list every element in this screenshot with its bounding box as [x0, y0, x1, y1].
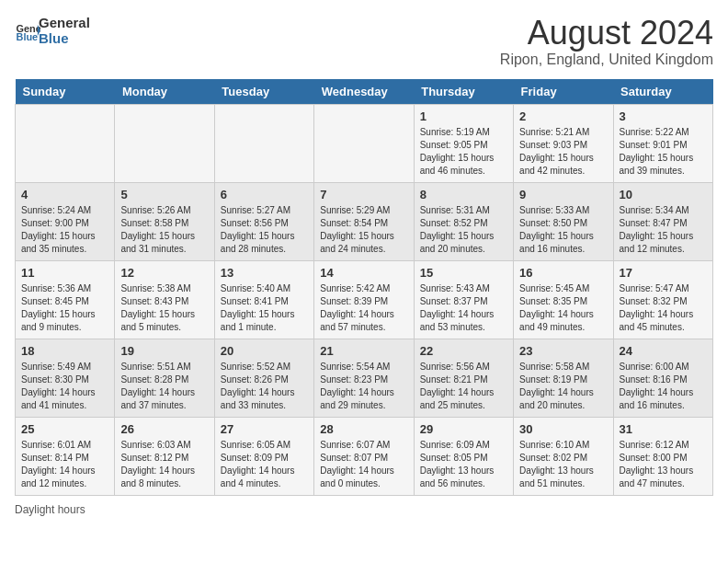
day-info: Sunrise: 5:58 AM Sunset: 8:19 PM Dayligh…	[519, 361, 607, 412]
footer: Daylight hours	[15, 503, 713, 516]
main-title: August 2024	[500, 15, 713, 52]
day-info: Sunrise: 5:33 AM Sunset: 8:50 PM Dayligh…	[519, 204, 607, 256]
day-cell-3: 3Sunrise: 5:22 AM Sunset: 9:01 PM Daylig…	[613, 104, 712, 182]
day-info: Sunrise: 6:12 AM Sunset: 8:00 PM Dayligh…	[620, 439, 707, 490]
day-cell-10: 10Sunrise: 5:34 AM Sunset: 8:47 PM Dayli…	[613, 182, 712, 260]
day-cell-12: 12Sunrise: 5:38 AM Sunset: 8:43 PM Dayli…	[115, 260, 214, 339]
day-cell-4: 4Sunrise: 5:24 AM Sunset: 9:00 PM Daylig…	[16, 182, 115, 260]
day-cell-21: 21Sunrise: 5:54 AM Sunset: 8:23 PM Dayli…	[314, 339, 414, 417]
logo-line2: Blue	[39, 30, 90, 46]
day-info: Sunrise: 6:07 AM Sunset: 8:07 PM Dayligh…	[320, 439, 407, 490]
day-number: 27	[221, 422, 308, 436]
day-cell-2: 2Sunrise: 5:21 AM Sunset: 9:03 PM Daylig…	[514, 104, 613, 182]
day-number: 7	[320, 188, 407, 201]
day-number: 17	[620, 266, 707, 280]
day-number: 4	[21, 188, 108, 201]
day-number: 9	[519, 188, 607, 201]
day-number: 30	[519, 422, 607, 436]
week-row-3: 11Sunrise: 5:36 AM Sunset: 8:45 PM Dayli…	[16, 260, 713, 339]
day-cell-25: 25Sunrise: 6:01 AM Sunset: 8:14 PM Dayli…	[16, 417, 115, 495]
day-info: Sunrise: 6:00 AM Sunset: 8:16 PM Dayligh…	[620, 361, 707, 412]
day-number: 20	[221, 344, 308, 358]
day-info: Sunrise: 5:52 AM Sunset: 8:26 PM Dayligh…	[221, 361, 308, 412]
day-info: Sunrise: 5:31 AM Sunset: 8:52 PM Dayligh…	[420, 204, 507, 256]
day-number: 26	[120, 422, 208, 436]
day-cell-11: 11Sunrise: 5:36 AM Sunset: 8:45 PM Dayli…	[16, 260, 115, 339]
day-number: 22	[420, 344, 507, 358]
day-cell-16: 16Sunrise: 5:45 AM Sunset: 8:35 PM Dayli…	[514, 260, 613, 339]
day-info: Sunrise: 5:49 AM Sunset: 8:30 PM Dayligh…	[21, 361, 108, 412]
logo-icon: General Blue	[15, 17, 40, 43]
header-cell-friday: Friday	[514, 79, 613, 105]
day-number: 6	[221, 188, 308, 201]
day-cell-9: 9Sunrise: 5:33 AM Sunset: 8:50 PM Daylig…	[514, 182, 613, 260]
day-info: Sunrise: 5:54 AM Sunset: 8:23 PM Dayligh…	[320, 361, 407, 412]
day-cell-19: 19Sunrise: 5:51 AM Sunset: 8:28 PM Dayli…	[115, 339, 214, 417]
header: General Blue General Blue August 2024 Ri…	[15, 15, 713, 68]
day-info: Sunrise: 6:10 AM Sunset: 8:02 PM Dayligh…	[519, 439, 607, 490]
day-number: 13	[221, 266, 308, 280]
day-cell-empty	[214, 104, 313, 182]
header-cell-tuesday: Tuesday	[214, 79, 313, 105]
header-cell-saturday: Saturday	[613, 79, 712, 105]
day-number: 14	[320, 266, 407, 280]
day-number: 18	[21, 344, 108, 358]
day-cell-29: 29Sunrise: 6:09 AM Sunset: 8:05 PM Dayli…	[414, 417, 513, 495]
day-number: 25	[21, 422, 108, 436]
day-cell-24: 24Sunrise: 6:00 AM Sunset: 8:16 PM Dayli…	[613, 339, 712, 417]
day-info: Sunrise: 5:22 AM Sunset: 9:01 PM Dayligh…	[620, 126, 707, 178]
day-info: Sunrise: 5:34 AM Sunset: 8:47 PM Dayligh…	[620, 204, 707, 256]
day-cell-23: 23Sunrise: 5:58 AM Sunset: 8:19 PM Dayli…	[514, 339, 613, 417]
day-number: 23	[519, 344, 607, 358]
day-info: Sunrise: 6:09 AM Sunset: 8:05 PM Dayligh…	[420, 439, 507, 490]
day-info: Sunrise: 5:27 AM Sunset: 8:56 PM Dayligh…	[221, 204, 308, 256]
day-number: 8	[420, 188, 507, 201]
day-cell-17: 17Sunrise: 5:47 AM Sunset: 8:32 PM Dayli…	[613, 260, 712, 339]
day-cell-13: 13Sunrise: 5:40 AM Sunset: 8:41 PM Dayli…	[214, 260, 313, 339]
day-number: 19	[120, 344, 208, 358]
week-row-5: 25Sunrise: 6:01 AM Sunset: 8:14 PM Dayli…	[16, 417, 713, 495]
day-info: Sunrise: 5:38 AM Sunset: 8:43 PM Dayligh…	[120, 282, 208, 334]
day-cell-28: 28Sunrise: 6:07 AM Sunset: 8:07 PM Dayli…	[314, 417, 414, 495]
header-cell-thursday: Thursday	[414, 79, 513, 105]
day-info: Sunrise: 5:36 AM Sunset: 8:45 PM Dayligh…	[21, 282, 108, 334]
day-cell-7: 7Sunrise: 5:29 AM Sunset: 8:54 PM Daylig…	[314, 182, 414, 260]
header-cell-monday: Monday	[115, 79, 214, 105]
day-cell-5: 5Sunrise: 5:26 AM Sunset: 8:58 PM Daylig…	[115, 182, 214, 260]
day-number: 2	[519, 109, 607, 123]
day-info: Sunrise: 5:56 AM Sunset: 8:21 PM Dayligh…	[420, 361, 507, 412]
svg-text:Blue: Blue	[17, 31, 39, 42]
day-info: Sunrise: 5:29 AM Sunset: 8:54 PM Dayligh…	[320, 204, 407, 256]
week-row-1: 1Sunrise: 5:19 AM Sunset: 9:05 PM Daylig…	[16, 104, 713, 182]
day-number: 24	[620, 344, 707, 358]
day-info: Sunrise: 6:05 AM Sunset: 8:09 PM Dayligh…	[221, 439, 308, 490]
logo: General Blue General Blue	[15, 15, 90, 46]
day-number: 29	[420, 422, 507, 436]
day-info: Sunrise: 5:42 AM Sunset: 8:39 PM Dayligh…	[320, 282, 407, 334]
day-info: Sunrise: 5:21 AM Sunset: 9:03 PM Dayligh…	[519, 126, 607, 178]
day-cell-15: 15Sunrise: 5:43 AM Sunset: 8:37 PM Dayli…	[414, 260, 513, 339]
day-info: Sunrise: 5:51 AM Sunset: 8:28 PM Dayligh…	[120, 361, 208, 412]
day-number: 31	[620, 422, 707, 436]
week-row-2: 4Sunrise: 5:24 AM Sunset: 9:00 PM Daylig…	[16, 182, 713, 260]
day-cell-31: 31Sunrise: 6:12 AM Sunset: 8:00 PM Dayli…	[613, 417, 712, 495]
day-cell-26: 26Sunrise: 6:03 AM Sunset: 8:12 PM Dayli…	[115, 417, 214, 495]
day-info: Sunrise: 5:24 AM Sunset: 9:00 PM Dayligh…	[21, 204, 108, 256]
day-number: 28	[320, 422, 407, 436]
day-cell-22: 22Sunrise: 5:56 AM Sunset: 8:21 PM Dayli…	[414, 339, 513, 417]
day-cell-1: 1Sunrise: 5:19 AM Sunset: 9:05 PM Daylig…	[414, 104, 513, 182]
day-number: 3	[620, 109, 707, 123]
day-cell-empty	[16, 104, 115, 182]
day-number: 15	[420, 266, 507, 280]
day-cell-20: 20Sunrise: 5:52 AM Sunset: 8:26 PM Dayli…	[214, 339, 313, 417]
day-info: Sunrise: 6:01 AM Sunset: 8:14 PM Dayligh…	[21, 439, 108, 490]
day-info: Sunrise: 5:45 AM Sunset: 8:35 PM Dayligh…	[519, 282, 607, 334]
day-number: 21	[320, 344, 407, 358]
day-number: 10	[620, 188, 707, 201]
day-info: Sunrise: 5:19 AM Sunset: 9:05 PM Dayligh…	[420, 126, 507, 178]
header-cell-sunday: Sunday	[16, 79, 115, 105]
day-cell-18: 18Sunrise: 5:49 AM Sunset: 8:30 PM Dayli…	[16, 339, 115, 417]
title-section: August 2024 Ripon, England, United Kingd…	[500, 15, 713, 68]
daylight-label: Daylight hours	[15, 503, 85, 516]
day-cell-27: 27Sunrise: 6:05 AM Sunset: 8:09 PM Dayli…	[214, 417, 313, 495]
